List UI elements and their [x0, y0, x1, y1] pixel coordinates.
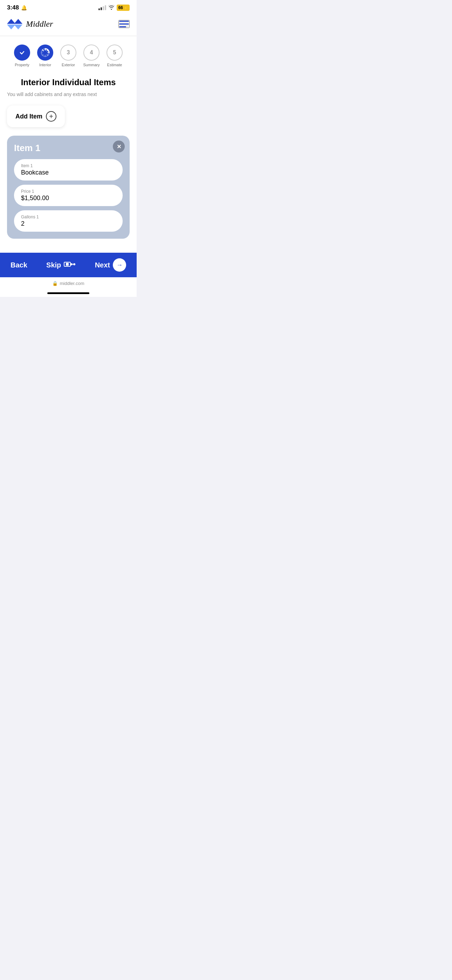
page-subtitle: You will add cabinets and any extras nex…	[7, 91, 130, 97]
battery-indicator: 66	[117, 5, 130, 11]
status-time: 3:48 🔔	[7, 4, 27, 11]
home-indicator	[0, 290, 137, 297]
step-indicator: Property Interior	[7, 45, 130, 67]
step-2-label: Interior	[39, 63, 51, 67]
svg-marker-1	[14, 19, 22, 24]
svg-line-13	[42, 50, 43, 51]
footer-url: middler.com	[60, 281, 84, 286]
svg-line-9	[47, 54, 48, 56]
item-1-name-value: Bookcase	[21, 169, 116, 176]
step-estimate: 5 Estimate	[103, 45, 126, 67]
skip-button[interactable]: Skip	[46, 259, 76, 271]
next-arrow-icon: →	[113, 258, 126, 272]
item-1-price-label: Price 1	[21, 189, 116, 194]
item-1-close-button[interactable]: ✕	[113, 140, 125, 153]
logo-text: Middler	[26, 19, 53, 29]
next-label: Next	[95, 261, 110, 269]
status-right: 66	[99, 5, 130, 11]
plus-circle-icon: +	[46, 111, 56, 122]
svg-rect-15	[66, 263, 69, 266]
add-item-button[interactable]: Add Item +	[7, 105, 65, 127]
item-1-price-field[interactable]: Price 1 $1,500.00	[14, 185, 123, 206]
svg-line-7	[47, 50, 48, 51]
page-title: Interior Individual Items	[7, 78, 130, 87]
svg-line-11	[42, 54, 43, 56]
add-item-label: Add Item	[16, 113, 42, 120]
step-5-label: Estimate	[107, 63, 122, 67]
item-1-gallons-field[interactable]: Gallons 1 2	[14, 210, 123, 232]
back-label: Back	[11, 261, 27, 269]
skip-icon	[64, 259, 76, 271]
bell-icon: 🔔	[21, 5, 27, 11]
item-1-price-value: $1,500.00	[21, 194, 116, 202]
back-button[interactable]: Back	[11, 261, 27, 269]
step-3-circle: 3	[60, 45, 76, 60]
step-5-circle: 5	[107, 45, 123, 60]
step-1-circle	[14, 45, 30, 60]
item-1-gallons-label: Gallons 1	[21, 215, 116, 220]
status-bar: 3:48 🔔 66	[0, 0, 137, 13]
header: Middler	[0, 13, 137, 36]
step-1-label: Property	[15, 63, 29, 67]
battery-level: 66	[118, 5, 123, 10]
item-1-name-field[interactable]: Item 1 Bookcase	[14, 159, 123, 180]
step-2-circle	[37, 45, 53, 60]
step-property: Property	[11, 45, 33, 67]
item-1-name-label: Item 1	[21, 163, 116, 168]
home-bar	[47, 292, 89, 294]
item-1-title: Item 1	[14, 143, 123, 154]
step-summary: 4 Summary	[80, 45, 103, 67]
footer: 🔒 middler.com	[0, 277, 137, 290]
logo-icon	[7, 18, 22, 30]
time-display: 3:48	[7, 4, 19, 11]
svg-marker-0	[7, 19, 16, 24]
lock-icon: 🔒	[52, 281, 58, 286]
bottom-navigation: Back Skip Next →	[0, 253, 137, 277]
skip-label: Skip	[46, 261, 61, 269]
menu-button[interactable]	[118, 20, 130, 28]
item-1-gallons-value: 2	[21, 220, 116, 228]
step-interior: Interior	[33, 45, 57, 67]
step-exterior: 3 Exterior	[57, 45, 80, 67]
step-4-circle: 4	[83, 45, 100, 60]
main-content: Property Interior	[0, 36, 137, 253]
svg-point-4	[19, 49, 25, 56]
signal-icon	[99, 5, 106, 10]
svg-marker-3	[14, 24, 22, 29]
wifi-icon	[108, 5, 115, 11]
next-button[interactable]: Next →	[95, 258, 126, 272]
logo-area: Middler	[7, 18, 53, 30]
step-4-label: Summary	[83, 63, 100, 67]
step-3-label: Exterior	[62, 63, 75, 67]
svg-marker-2	[7, 24, 16, 29]
item-card-1: ✕ Item 1 Item 1 Bookcase Price 1 $1,500.…	[7, 136, 130, 239]
